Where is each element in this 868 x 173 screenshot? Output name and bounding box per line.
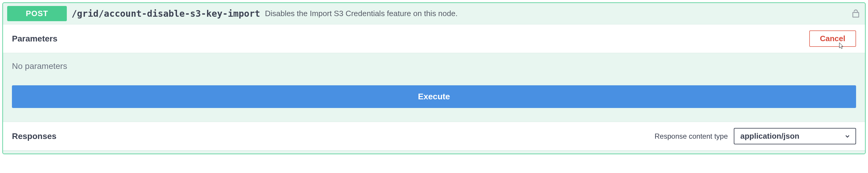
cancel-button-label: Cancel — [820, 34, 845, 43]
parameters-heading: Parameters — [12, 34, 58, 44]
endpoint-path: /grid/account-disable-s3-key-import — [71, 8, 260, 19]
response-content-type-value: application/json — [740, 132, 799, 141]
parameters-body: No parameters — [3, 53, 865, 76]
no-parameters-text: No parameters — [12, 61, 67, 71]
responses-body-placeholder — [3, 151, 865, 154]
unlock-icon[interactable] — [851, 9, 861, 19]
responses-heading: Responses — [12, 132, 56, 141]
execute-button[interactable]: Execute — [12, 85, 856, 108]
response-content-type-label: Response content type — [655, 132, 728, 141]
parameters-section-header: Parameters Cancel — [3, 24, 865, 53]
endpoint-description: Disables the Import S3 Credentials featu… — [265, 9, 458, 18]
response-content-type-group: Response content type application/json — [655, 128, 856, 144]
operation-summary-bar[interactable]: POST /grid/account-disable-s3-key-import… — [3, 3, 865, 24]
response-content-type-select[interactable]: application/json — [734, 128, 856, 144]
execute-row: Execute — [3, 76, 865, 122]
cancel-button[interactable]: Cancel — [809, 30, 856, 47]
responses-section-header: Responses Response content type applicat… — [3, 122, 865, 151]
api-operation-panel: POST /grid/account-disable-s3-key-import… — [2, 2, 866, 154]
cursor-icon — [837, 42, 844, 49]
chevron-down-icon — [844, 133, 851, 140]
http-method-badge: POST — [7, 6, 67, 21]
